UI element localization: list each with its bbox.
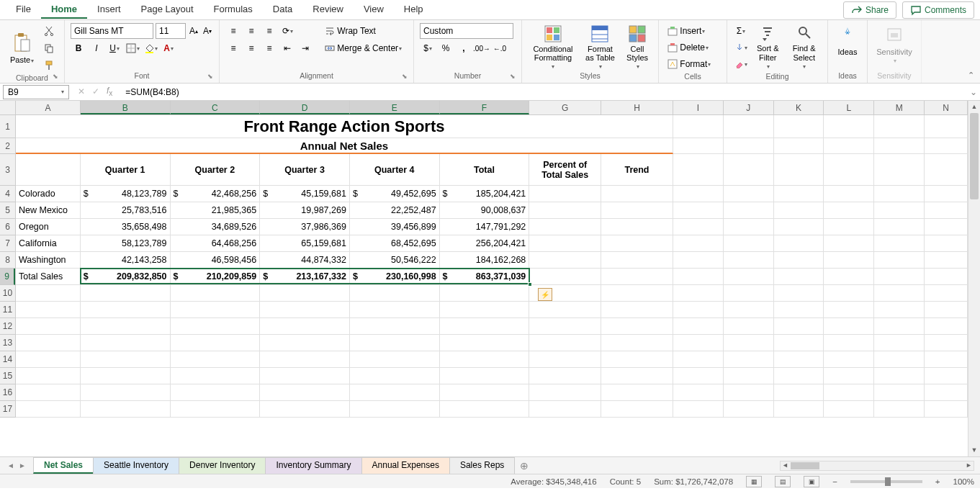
cell[interactable]: $230,160,998 [350,269,440,285]
cell[interactable] [673,335,724,351]
cell[interactable] [824,138,874,154]
cell[interactable] [171,368,261,384]
cell[interactable] [601,302,673,318]
cell[interactable]: 147,791,292 [440,219,530,235]
cell[interactable] [724,202,774,219]
column-header-D[interactable]: D [260,101,350,114]
row-header-2[interactable]: 2 [0,138,15,154]
cell[interactable] [260,318,350,335]
cell[interactable] [673,285,724,302]
cell[interactable] [824,285,874,302]
cell[interactable] [925,384,968,401]
cell[interactable]: 64,468,256 [171,235,261,252]
cell[interactable] [724,384,774,401]
align-right-button[interactable]: ≡ [261,40,277,56]
column-header-E[interactable]: E [350,101,440,114]
cell[interactable]: Trend [601,154,673,186]
cell[interactable] [350,368,440,384]
cell[interactable] [529,368,601,384]
underline-button[interactable]: U▾ [107,40,122,56]
cell[interactable] [601,235,673,252]
cell[interactable] [16,302,81,318]
clipboard-dialog-launcher[interactable]: ⬊ [53,73,61,81]
cell[interactable] [774,269,824,285]
cell[interactable] [774,351,824,368]
cell[interactable] [529,401,601,418]
column-header-M[interactable]: M [874,101,925,114]
cell[interactable]: $210,209,859 [171,269,261,285]
menu-review[interactable]: Review [302,1,354,19]
cell[interactable] [440,368,530,384]
cell[interactable] [925,138,968,154]
cell[interactable] [350,302,440,318]
name-box[interactable]: B9▾ [3,85,69,99]
merge-center-button[interactable]: Merge & Center▾ [320,40,406,56]
cell[interactable]: $863,371,039 [440,269,530,285]
cell[interactable] [81,318,171,335]
cell[interactable] [440,302,530,318]
column-header-B[interactable]: B [81,101,171,114]
cell[interactable] [601,285,673,302]
cell[interactable] [601,351,673,368]
collapse-ribbon-button[interactable]: ⌃ [968,71,974,80]
cell[interactable] [673,269,724,285]
sheet-tab-net-sales[interactable]: Net Sales [33,457,94,474]
sort-filter-button[interactable]: Sort & Filter▾ [752,23,783,72]
cell[interactable] [16,318,81,335]
cell[interactable] [16,368,81,384]
cell[interactable] [925,318,968,335]
cell[interactable] [16,401,81,418]
cell[interactable]: $48,123,789 [81,186,171,202]
normal-view-button[interactable]: ▦ [746,476,762,487]
align-left-button[interactable]: ≡ [225,40,241,56]
cell[interactable]: 25,783,516 [81,202,171,219]
italic-button[interactable]: I [89,40,104,56]
horizontal-scroll-thumb[interactable] [791,462,819,469]
cell[interactable] [16,335,81,351]
cell[interactable] [673,138,724,154]
cell[interactable]: 22,252,487 [350,202,440,219]
row-header-11[interactable]: 11 [0,302,15,318]
cancel-formula-button[interactable]: ✕ [78,86,85,96]
row-header-13[interactable]: 13 [0,335,15,351]
cell[interactable] [350,401,440,418]
column-header-J[interactable]: J [724,101,774,114]
cell[interactable] [529,318,601,335]
cell[interactable] [774,335,824,351]
cell[interactable] [529,302,601,318]
cell[interactable]: $42,468,256 [171,186,261,202]
column-header-N[interactable]: N [925,101,968,114]
cell[interactable] [529,335,601,351]
fill-button[interactable]: ▾ [733,40,749,55]
cell[interactable] [171,302,261,318]
cell[interactable] [824,335,874,351]
cell[interactable] [350,285,440,302]
cell[interactable] [874,384,925,401]
cell[interactable] [724,219,774,235]
comments-button[interactable]: Comments [902,1,974,19]
cell[interactable] [925,285,968,302]
insert-cells-button[interactable]: Insert▾ [665,23,721,39]
cell[interactable] [260,335,350,351]
cell[interactable] [774,186,824,202]
cell[interactable] [529,235,601,252]
cell[interactable] [874,138,925,154]
select-all-corner[interactable] [0,101,16,115]
cell[interactable] [440,335,530,351]
cell[interactable] [673,235,724,252]
cell[interactable]: 44,874,332 [260,252,350,269]
wrap-text-button[interactable]: Wrap Text [320,23,380,39]
cell[interactable] [774,154,824,186]
row-header-15[interactable]: 15 [0,368,15,384]
cell[interactable]: $45,159,681 [260,186,350,202]
alignment-dialog-launcher[interactable]: ⬊ [402,73,410,81]
cell[interactable]: 35,658,498 [81,219,171,235]
cell[interactable] [350,318,440,335]
cell[interactable] [824,401,874,418]
cell[interactable] [81,384,171,401]
cell[interactable] [529,252,601,269]
cell[interactable] [673,351,724,368]
sheet-tab-annual-expenses[interactable]: Annual Expenses [361,457,450,474]
cell[interactable] [824,235,874,252]
page-layout-view-button[interactable]: ▤ [775,476,791,487]
